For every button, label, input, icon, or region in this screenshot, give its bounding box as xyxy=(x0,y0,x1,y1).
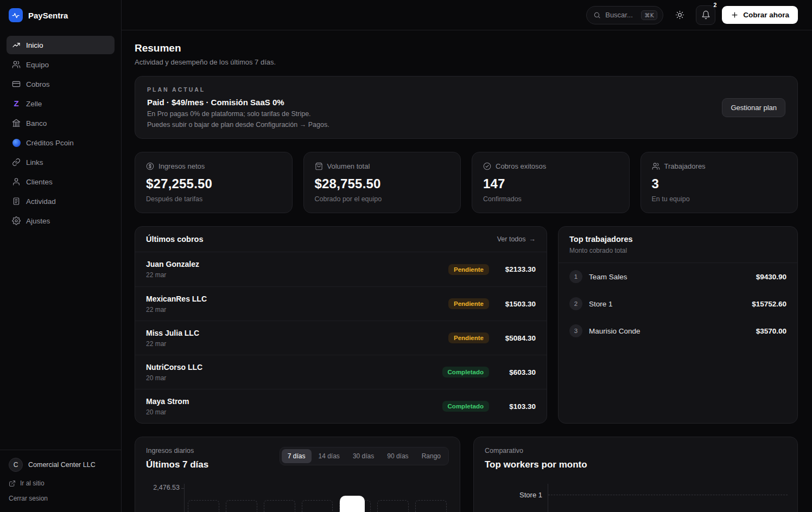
gestionar-plan-button[interactable]: Gestionar plan xyxy=(722,98,785,117)
rank-badge: 3 xyxy=(569,324,582,337)
payment-row-miss-julia-llc[interactable]: Miss Julia LLC 22 mar Pendiente $5084.30 xyxy=(135,321,547,355)
sidebar-item-clientes[interactable]: Clientes xyxy=(7,172,115,191)
worker-row-team-sales: 1 Team Sales $9430.90 xyxy=(559,263,797,290)
stat-card-trabajadores: Trabajadores 3 En tu equipo xyxy=(640,152,798,213)
comparison-gridlines xyxy=(548,484,788,512)
plan-line-2: Puedes subir o bajar de plan desde Confi… xyxy=(147,121,329,129)
stat-caption: Cobrado por el equipo xyxy=(315,195,450,203)
sidebar-item-banco[interactable]: Banco xyxy=(7,114,115,132)
daily-chart-plot: 2,476.53 xyxy=(146,484,450,512)
payment-row-nutricorso-llc[interactable]: NutriCorso LLC 20 mar Completado $603.30 xyxy=(135,355,547,389)
payment-date: 22 mar xyxy=(146,306,207,313)
sidebar-item-label: Zelle xyxy=(26,100,42,108)
account-row[interactable]: C Comercial Center LLC xyxy=(9,458,112,472)
gridline xyxy=(548,484,788,505)
payment-name: Maya Strom xyxy=(146,397,189,406)
stat-label: Trabajadores xyxy=(664,162,706,170)
sidebar-item-label: Inicio xyxy=(26,41,43,49)
coin-icon xyxy=(12,138,21,147)
stat-card-volumen-total: Volumen total $28,755.50 Cobrado por el … xyxy=(303,152,461,213)
dollar-icon xyxy=(146,162,154,170)
bar-slot xyxy=(377,500,409,512)
payment-amount: $103.30 xyxy=(497,402,536,411)
worker-name: Maurisio Conde xyxy=(589,327,750,335)
payment-amount: $2133.30 xyxy=(497,265,536,273)
top-workers-subtitle: Monto cobrado total xyxy=(569,247,786,254)
trend-icon xyxy=(12,41,21,49)
worker-amount: $15752.60 xyxy=(752,300,786,308)
paysentra-logo-icon xyxy=(9,8,23,22)
brand: PaySentra xyxy=(0,0,121,30)
sidebar-item-label: Ajustes xyxy=(26,217,50,225)
worker-name: Team Sales xyxy=(589,273,750,281)
sidebar-item-inicio[interactable]: Inicio xyxy=(7,36,115,54)
plan-info: PLAN ACTUAL Paid · $49/mes · Comisión Sa… xyxy=(147,86,329,129)
comparison-chart-plot: Store 1 xyxy=(485,484,788,512)
payment-date: 22 mar xyxy=(146,340,199,348)
plan-card: PLAN ACTUAL Paid · $49/mes · Comisión Sa… xyxy=(135,76,798,139)
bar-slot xyxy=(264,500,295,512)
tab-90-dias[interactable]: 90 días xyxy=(381,449,414,463)
charts-row: Ingresos diarios Últimos 7 días 7 días14… xyxy=(135,437,798,512)
bar-slot xyxy=(302,500,333,512)
sidebar-item-label: Links xyxy=(26,158,43,167)
worker-name: Store 1 xyxy=(589,300,745,308)
sidebar-item-cobros[interactable]: Cobros xyxy=(7,75,115,93)
daily-chart-label: Ingresos diarios xyxy=(146,447,208,455)
recent-payments-panel: Últimos cobros Ver todos → Juan Gonzalez… xyxy=(135,226,547,424)
payment-name: Miss Julia LLC xyxy=(146,329,199,337)
tab-rango[interactable]: Rango xyxy=(416,449,447,463)
payment-name: Juan Gonzalez xyxy=(146,260,199,268)
sidebar-item-creditos-pcoin[interactable]: Créditos Pcoin xyxy=(7,133,115,152)
payment-row-mexicanres-llc[interactable]: MexicanRes LLC 22 mar Pendiente $1503.30 xyxy=(135,286,547,321)
worker-amount: $9430.90 xyxy=(756,273,786,281)
go-to-site-link[interactable]: Ir al sitio xyxy=(9,479,112,487)
payment-row-juan-gonzalez[interactable]: Juan Gonzalez 22 mar Pendiente $2133.30 xyxy=(135,252,547,286)
category-label-store-1: Store 1 xyxy=(485,484,542,505)
sidebar: PaySentra Inicio Equipo Cobros Z Zelle B… xyxy=(0,0,122,512)
logout-link[interactable]: Cerrar sesion xyxy=(9,495,112,502)
app-root: PaySentra Inicio Equipo Cobros Z Zelle B… xyxy=(0,0,812,512)
sidebar-item-actividad[interactable]: Actividad xyxy=(7,192,115,210)
payment-name: MexicanRes LLC xyxy=(146,295,207,303)
status-badge: Pendiente xyxy=(448,298,489,309)
theme-toggle-button[interactable] xyxy=(670,5,689,25)
main-area: ⌘K 2 Cobrar ahora Resumen Actividad y de… xyxy=(122,0,812,512)
recent-payments-list: Juan Gonzalez 22 mar Pendiente $2133.30 … xyxy=(135,252,547,423)
status-badge: Pendiente xyxy=(448,332,489,343)
topbar: ⌘K 2 Cobrar ahora xyxy=(122,0,812,30)
stat-label: Cobros exitosos xyxy=(496,162,546,170)
tab-14-dias[interactable]: 14 días xyxy=(313,449,346,463)
recent-payments-title: Últimos cobros xyxy=(146,235,204,244)
tab-30-dias[interactable]: 30 días xyxy=(347,449,380,463)
sidebar-item-links[interactable]: Links xyxy=(7,153,115,171)
sun-icon xyxy=(675,10,684,20)
worker-amount: $3570.00 xyxy=(756,327,786,335)
status-badge: Completado xyxy=(442,401,489,412)
avatar: C xyxy=(9,458,23,472)
chart-bar-highlight xyxy=(340,496,365,512)
payment-amount: $1503.30 xyxy=(497,300,536,308)
go-to-site-label: Ir al sitio xyxy=(20,479,45,487)
plan-line-1: En Pro pagas 0% de plataforma; solo tari… xyxy=(147,110,329,118)
bar-slot xyxy=(226,500,257,512)
search-box[interactable]: ⌘K xyxy=(586,6,663,24)
plus-icon xyxy=(731,11,739,19)
sidebar-item-equipo[interactable]: Equipo xyxy=(7,55,115,74)
sidebar-item-zelle[interactable]: Z Zelle xyxy=(7,94,115,113)
notifications-button[interactable]: 2 xyxy=(696,5,715,25)
link-icon xyxy=(12,158,21,167)
tab-7-dias[interactable]: 7 días xyxy=(282,449,312,463)
company-name: Comercial Center LLC xyxy=(28,461,96,469)
search-input[interactable] xyxy=(605,11,637,19)
cobrar-ahora-button[interactable]: Cobrar ahora xyxy=(722,6,798,24)
sidebar-item-label: Equipo xyxy=(26,61,49,69)
view-all-link[interactable]: Ver todos → xyxy=(497,235,536,243)
sidebar-item-ajustes[interactable]: Ajustes xyxy=(7,212,115,230)
daily-chart-title: Últimos 7 días xyxy=(146,459,208,470)
payment-row-maya-strom[interactable]: Maya Strom 20 mar Completado $103.30 xyxy=(135,389,547,423)
search-shortcut-kbd: ⌘K xyxy=(641,10,657,20)
check-icon xyxy=(483,162,491,170)
search-icon xyxy=(593,11,601,19)
stat-label: Ingresos netos xyxy=(158,162,205,170)
